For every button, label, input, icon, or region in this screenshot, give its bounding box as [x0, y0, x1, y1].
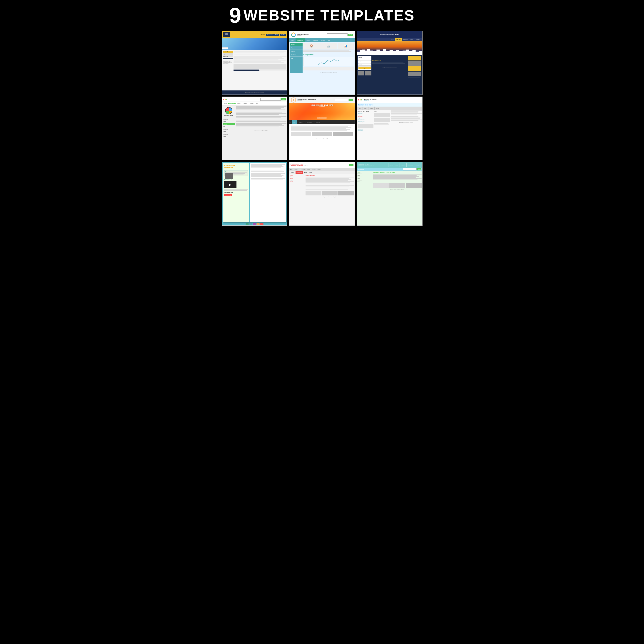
t9-link-worldwide-3[interactable]: Worldwide: [358, 179, 372, 181]
t3-nav-work[interactable]: WORK: [409, 38, 414, 41]
t2-search-button[interactable]: Search: [348, 34, 353, 36]
t7-btn-4[interactable]: btn: [256, 223, 260, 225]
t4-link-misc[interactable]: Misc: [223, 125, 235, 128]
t7-btn-3[interactable]: btn: [253, 223, 256, 225]
t4-nav-challenge[interactable]: Challenge: [242, 103, 249, 104]
t9-link-digital[interactable]: Digital: [358, 171, 372, 173]
t6-col1-link-2[interactable]: Sample text: [358, 114, 373, 115]
t8-link-digital-1[interactable]: Digital: [290, 175, 305, 176]
t1-nav-contact[interactable]: CONTACT: [280, 34, 286, 36]
t4-search-input[interactable]: [260, 98, 281, 101]
t8-nav-products[interactable]: Our products: [296, 171, 303, 174]
t8-link-digital-2[interactable]: Digital: [290, 179, 305, 181]
t5-nav-home[interactable]: HOME: [292, 120, 297, 124]
t5-nav-gallery[interactable]: GALLERY: [298, 120, 304, 124]
t9-link-digital-4[interactable]: Digital: [358, 181, 372, 182]
t1-sidebar-item[interactable]: Sample text 1/4: [223, 53, 233, 55]
t6-col1-link-1[interactable]: Sample text: [358, 113, 373, 114]
t2-left-history[interactable]: History: [290, 43, 303, 46]
t2-search-input[interactable]: [327, 33, 348, 36]
t6-col1-link-6[interactable]: Sample text here: [358, 121, 373, 122]
t4-link-worldwide-3[interactable]: Worldwide: [223, 133, 235, 135]
t8-link-misc[interactable]: Misc/life: [290, 178, 305, 179]
t6-col1-link-4[interactable]: Sample text here: [358, 117, 373, 119]
t3-access-input[interactable]: [358, 65, 371, 67]
t9-nav-contact[interactable]: CONTACT: [414, 163, 421, 167]
t1-search-input[interactable]: [222, 47, 228, 49]
t5-nav-products[interactable]: Our products: [306, 120, 313, 124]
t3-password-input[interactable]: [358, 63, 371, 64]
t4-nav-projects[interactable]: Projects: [236, 103, 241, 104]
t5-search-input[interactable]: [335, 99, 348, 101]
t2-nav-challenge[interactable]: Challenge: [311, 38, 319, 42]
t4-nav-staff[interactable]: Staff: [255, 103, 259, 104]
t8-nav-gallery[interactable]: Gallery: [290, 171, 295, 174]
t2-left-challenge[interactable]: Challenge: [290, 53, 303, 57]
t6-col1-link-8[interactable]: Sample text here: [358, 129, 373, 130]
t4-link-digital-2[interactable]: Digital: [223, 130, 235, 133]
template-8[interactable]: WEBSITE NAME Sample text Search A B C D …: [289, 162, 355, 226]
t1-nav-about[interactable]: ABOUT: [274, 34, 279, 36]
t3-nav-contact[interactable]: CONTACT: [415, 38, 421, 41]
t3-login-input[interactable]: [358, 60, 371, 61]
t9-link-worldwide-1[interactable]: Worldwide: [358, 173, 372, 174]
template-2[interactable]: WEBSITE NAME Sample text Search History …: [289, 31, 355, 95]
t4-nav-history[interactable]: History: [223, 103, 228, 104]
t3-nav-partners[interactable]: PARTNERS: [402, 38, 409, 41]
t5-search-button[interactable]: Search: [349, 99, 353, 101]
t8-search-input[interactable]: [330, 164, 348, 166]
t9-link-worldwide-2[interactable]: Worldwide: [358, 176, 372, 177]
t8-link-digital-3[interactable]: Digital: [290, 181, 305, 182]
t1-nav-products[interactable]: Our products: [266, 34, 274, 36]
t9-search-input[interactable]: [403, 168, 417, 170]
t2-nav-staff[interactable]: Staff: [326, 38, 331, 42]
t9-link-digital-2[interactable]: Digital: [358, 175, 372, 176]
t2-left-projects[interactable]: Projects: [290, 46, 303, 50]
template-4[interactable]: Search History Our Website Projects Chal…: [222, 97, 287, 160]
t6-col1-link-5[interactable]: Sample text here: [358, 119, 373, 120]
t9-nav-about[interactable]: ABOUT: [388, 163, 394, 167]
t4-link-digital-1[interactable]: Digital: [223, 120, 235, 123]
t3-signin-button[interactable]: Sign In: [358, 67, 371, 69]
t9-link-digital-3[interactable]: Digital: [358, 178, 372, 179]
t4-search-button[interactable]: Search: [281, 98, 286, 100]
t2-left-staff[interactable]: Staff: [290, 57, 303, 60]
t4-nav-ourwebsite[interactable]: Our Website: [228, 103, 236, 104]
t6-col1-link-3[interactable]: Sample text: [358, 116, 373, 117]
t7-btn-1[interactable]: btn: [246, 223, 249, 225]
t4-link-worldwide-2[interactable]: Worldwide: [223, 128, 235, 130]
t6-nav-products[interactable]: Products: [369, 107, 375, 110]
t2-nav-projects[interactable]: Projects: [305, 38, 311, 42]
t9-nav-gallery[interactable]: GALLERY: [400, 163, 406, 167]
t4-link-worldwide-1[interactable]: Worldwide: [223, 118, 235, 120]
t2-left-partners[interactable]: Partners: [290, 50, 303, 53]
t8-nav-contact[interactable]: Contact: [308, 171, 313, 174]
t7-btn-5[interactable]: btn: [260, 223, 263, 225]
t7-bookmark-btn[interactable]: bookmark page: [224, 194, 232, 196]
t6-nav-home[interactable]: Home: [358, 107, 363, 110]
t5-nav-contact[interactable]: CONTACT: [315, 120, 322, 124]
template-1[interactable]: BUSINESSSOLUTION GALLERY Our products AB…: [222, 31, 287, 95]
t3-nav-home[interactable]: Home: [390, 38, 395, 41]
t2-nav-partners[interactable]: Partners: [319, 38, 326, 42]
t6-col1-link-9[interactable]: Sample text here: [358, 130, 373, 131]
template-3[interactable]: Website Name Here Home GALLERY PARTNERS …: [357, 31, 422, 95]
t4-link-digital-3[interactable]: Digital: [223, 135, 235, 138]
t1-sidebar-item[interactable]: Sample text 1/4: [223, 55, 233, 57]
t3-nav-gallery[interactable]: GALLERY: [395, 38, 402, 41]
t2-nav-products[interactable]: Our Website: [296, 38, 305, 42]
t8-link-abstract[interactable]: Abstract: [290, 176, 305, 177]
t6-nav-contact[interactable]: Contact: [375, 107, 380, 110]
t4-link-abstract[interactable]: Abstract: [223, 123, 235, 125]
template-7[interactable]: Your WebsiteName here About me Watch me …: [222, 162, 287, 226]
t8-search-button[interactable]: Search: [349, 164, 353, 166]
t6-col1-link-7[interactable]: Sample text here: [358, 122, 373, 123]
template-5[interactable]: YOUR WEBSITE NAME HERE Sample text Searc…: [289, 97, 355, 160]
t9-nav-products[interactable]: PRODUCTS: [406, 163, 414, 167]
t8-nav-about[interactable]: About: [303, 171, 308, 174]
template-9[interactable]: WEBSITE NAME Sample text ABOUT HOME GALL…: [357, 162, 422, 226]
template-6[interactable]: WEBSITE NAME Sample text Sample text her…: [357, 97, 422, 160]
t9-search-button[interactable]: Search: [417, 168, 421, 170]
t6-nav-gallery[interactable]: Gallery: [363, 107, 368, 110]
t4-nav-partners[interactable]: Partners: [249, 103, 255, 104]
